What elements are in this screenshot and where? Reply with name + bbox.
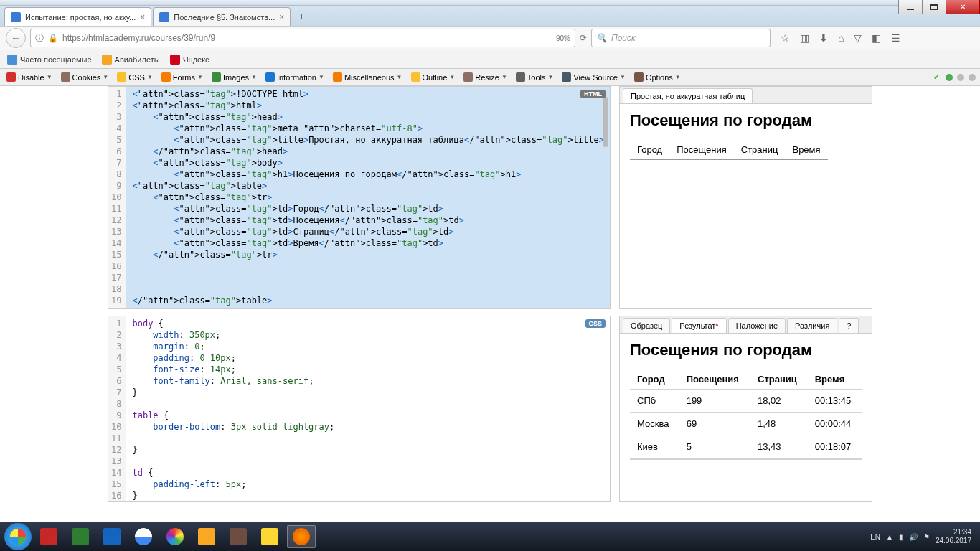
taskbar-app[interactable]	[255, 525, 284, 548]
bookmark-star-icon[interactable]: ☆	[781, 32, 790, 44]
lock-icon: 🔒	[48, 34, 58, 43]
table-cell: 00:13:45	[808, 390, 862, 413]
chevron-down-icon: ▼	[675, 74, 681, 80]
preview-tab[interactable]: Простая, но аккуратная таблиц	[623, 88, 753, 103]
tray-lang[interactable]: EN	[870, 533, 880, 541]
devtool-menu[interactable]: Forms▼	[158, 71, 207, 83]
tray-sound-icon[interactable]: 🔊	[909, 533, 918, 541]
close-button[interactable]: ✕	[946, 0, 980, 14]
preview-mode-tab[interactable]: Результат*	[672, 318, 726, 333]
tray-network-icon[interactable]: ▮	[899, 533, 903, 541]
tray-show-desktop-icon[interactable]: ▲	[886, 533, 893, 541]
browser-tab[interactable]: Испытание: простая, но акку...×	[4, 7, 151, 26]
html-editor[interactable]: HTML 1 2 3 4 5 6 7 8 9 10 11 12 13 14 15…	[108, 86, 611, 309]
taskbar-app[interactable]	[161, 525, 189, 548]
table-cell: Москва	[630, 413, 679, 435]
devtool-menu[interactable]: Options▼	[631, 71, 684, 83]
browser-tab[interactable]: Последние §5. Знакомств...×	[153, 7, 291, 26]
devtool-menu[interactable]: Disable▼	[3, 71, 56, 83]
table-cell: 13,43	[750, 435, 808, 459]
table-cell: 00:00:44	[808, 413, 862, 435]
taskbar-app[interactable]	[129, 525, 158, 548]
titlebar: ✕	[0, 0, 980, 6]
code-content[interactable]: body { width: 350px; margin: 0; padding:…	[126, 316, 610, 501]
html-badge: HTML	[580, 90, 606, 98]
chevron-down-icon: ▼	[319, 74, 324, 80]
address-bar[interactable]: ⓘ 🔒 https://htmlacademy.ru/courses/39/ru…	[30, 29, 575, 47]
zoom-level[interactable]: 90%	[556, 34, 570, 42]
table-row: СПб19918,0200:13:45	[630, 390, 862, 413]
devtool-label: Tools	[527, 73, 546, 82]
devtool-menu[interactable]: Images▼	[208, 71, 260, 83]
devtool-icon	[333, 72, 342, 82]
chevron-down-icon: ▼	[501, 74, 507, 80]
css-editor[interactable]: CSS 1 2 3 4 5 6 7 8 9 10 11 12 13 14 15 …	[108, 316, 611, 502]
maximize-button[interactable]	[922, 0, 946, 14]
devtool-menu[interactable]: View Source▼	[558, 71, 628, 83]
devtool-menu[interactable]: Tools▼	[512, 71, 557, 83]
taskbar-firefox[interactable]	[287, 525, 316, 548]
table-header-cell: Город	[630, 369, 679, 390]
web-developer-toolbar: Disable▼Cookies▼CSS▼Forms▼Images▼Informa…	[0, 69, 980, 86]
home-icon[interactable]: ⌂	[838, 32, 844, 44]
devtool-label: Resize	[475, 73, 499, 82]
preview-mode-tab[interactable]: ?	[839, 318, 859, 333]
status-light	[957, 74, 964, 81]
tab-close-icon[interactable]: ×	[140, 12, 145, 22]
minimize-button[interactable]	[898, 0, 923, 14]
devtool-menu[interactable]: Information▼	[262, 71, 328, 83]
search-icon: 🔍	[596, 33, 607, 43]
bookmark-item[interactable]: Авиабилеты	[102, 55, 160, 65]
devtool-menu[interactable]: Miscellaneous▼	[329, 71, 406, 83]
taskbar-app[interactable]	[192, 525, 221, 548]
sample-table: ГородПосещенияСтраницВремя СПб19918,0200…	[630, 369, 862, 460]
bookmark-icon	[102, 55, 112, 65]
chevron-down-icon: ▼	[449, 74, 455, 80]
preview-mode-tab[interactable]: Образец	[623, 318, 670, 333]
preview-mode-tab[interactable]: Различия	[787, 318, 837, 333]
back-button[interactable]: ←	[6, 28, 26, 48]
devtool-icon	[411, 72, 420, 82]
sample-preview: ОбразецРезультат*НаложениеРазличия? Посе…	[619, 316, 872, 502]
table-cell: 69	[679, 413, 750, 435]
bookmark-item[interactable]: Яндекс	[170, 55, 209, 65]
check-icon: ✔	[933, 72, 940, 82]
line-gutter: 1 2 3 4 5 6 7 8 9 10 11 12 13 14 15 16	[108, 316, 126, 501]
reading-list-icon[interactable]: ▥	[800, 32, 809, 44]
scrollbar[interactable]	[603, 90, 608, 305]
code-content[interactable]: <"attn">class="tag">!DOCTYPE html> <"att…	[126, 87, 610, 308]
addon-icon[interactable]: ◧	[872, 32, 881, 44]
chevron-down-icon: ▼	[397, 74, 402, 80]
devtool-label: Cookies	[72, 73, 101, 82]
info-icon: ⓘ	[35, 32, 44, 44]
new-tab-button[interactable]: +	[292, 9, 311, 24]
devtool-label: Outline	[423, 73, 448, 82]
reload-button[interactable]: ⟳	[580, 33, 587, 43]
chevron-down-icon: ▼	[620, 74, 626, 80]
taskbar-app[interactable]	[66, 525, 95, 548]
taskbar-app[interactable]	[34, 525, 63, 548]
tab-close-icon[interactable]: ×	[279, 12, 284, 22]
bookmark-label: Авиабилеты	[115, 55, 160, 64]
table-header-cell: Страниц	[734, 140, 786, 160]
pocket-icon[interactable]: ▽	[854, 32, 862, 44]
devtool-menu[interactable]: Outline▼	[407, 71, 459, 83]
downloads-icon[interactable]: ⬇	[819, 32, 828, 44]
taskbar-app[interactable]	[98, 525, 126, 548]
chevron-down-icon: ▼	[251, 74, 257, 80]
preview-mode-tab[interactable]: Наложение	[728, 318, 786, 333]
devtool-menu[interactable]: CSS▼	[113, 71, 156, 83]
devtool-icon	[6, 72, 16, 82]
devtool-label: Options	[646, 73, 673, 82]
tray-clock[interactable]: 21:34 24.06.2017	[936, 528, 976, 545]
taskbar-app[interactable]	[224, 525, 253, 548]
menu-icon[interactable]: ☰	[891, 32, 900, 44]
table-cell: 5	[679, 435, 750, 459]
start-button[interactable]	[4, 523, 32, 550]
search-box[interactable]: 🔍 Поиск	[591, 29, 771, 47]
devtool-menu[interactable]: Resize▼	[460, 71, 511, 83]
table-cell: Киев	[630, 435, 679, 459]
devtool-menu[interactable]: Cookies▼	[57, 71, 113, 83]
tray-flag-icon[interactable]: ⚑	[923, 533, 930, 541]
bookmark-item[interactable]: Часто посещаемые	[7, 55, 92, 65]
